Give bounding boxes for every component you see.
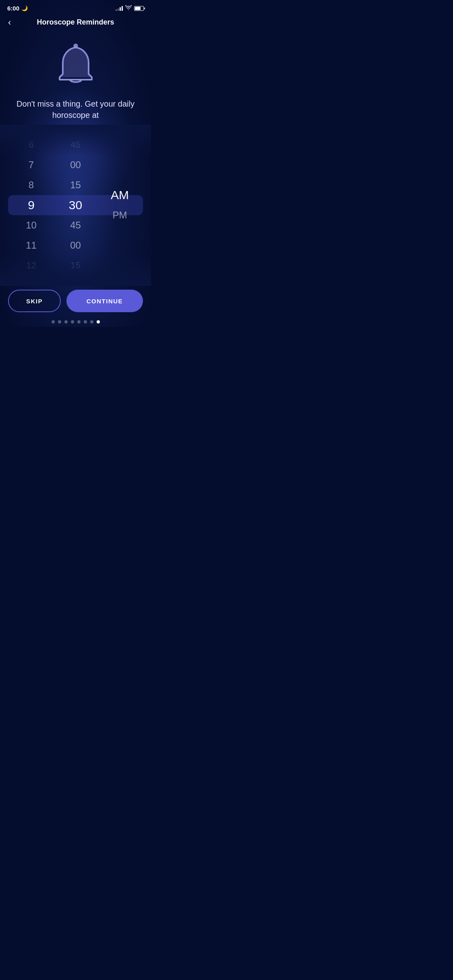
picker-item-selected[interactable]: 30 [54,195,98,215]
bell-icon [52,42,100,90]
action-buttons: SKIP CONTINUE [0,290,151,320]
ampm-column[interactable]: AM PM [98,125,142,286]
dot-7 [90,320,93,323]
picker-item[interactable]: 00 [54,235,98,255]
battery-icon [134,6,144,11]
subtitle-text: Don't miss a thing. Get your daily horos… [0,98,151,121]
page-dots [0,320,151,327]
picker-item[interactable]: 45 [54,215,98,235]
dot-5 [77,320,81,323]
status-bar: 6:00 🌙 [0,0,151,14]
time-picker-section[interactable]: 6 7 8 9 10 11 12 45 00 15 30 45 00 15 [0,125,151,286]
dot-2 [58,320,61,323]
moon-icon: 🌙 [21,5,28,11]
time-display: 6:00 [7,5,19,12]
picker-item[interactable]: 15 [54,175,98,195]
dot-8-active [97,320,100,323]
time-picker[interactable]: 6 7 8 9 10 11 12 45 00 15 30 45 00 15 [0,125,151,286]
hours-column[interactable]: 6 7 8 9 10 11 12 [9,135,54,276]
bell-section [0,30,151,98]
picker-item-am[interactable]: AM [98,185,142,205]
status-time: 6:00 🌙 [7,5,28,12]
dot-6 [84,320,87,323]
picker-columns[interactable]: 6 7 8 9 10 11 12 45 00 15 30 45 00 15 [0,125,151,286]
minutes-column[interactable]: 45 00 15 30 45 00 15 [54,135,98,276]
picker-item-pm[interactable]: PM [98,205,142,225]
picker-item[interactable]: 15 [54,255,98,276]
dot-4 [71,320,74,323]
wifi-icon [125,5,132,11]
picker-item[interactable]: 8 [9,175,54,195]
picker-item-selected[interactable]: 9 [9,195,54,215]
continue-button[interactable]: CONTINUE [66,290,143,312]
picker-item[interactable]: 7 [9,155,54,175]
skip-button[interactable]: SKIP [8,290,61,312]
picker-item[interactable]: 00 [54,155,98,175]
status-icons [116,5,144,11]
signal-icon [116,6,123,11]
page-title: Horoscope Reminders [8,18,143,27]
picker-item[interactable]: 10 [9,215,54,235]
dot-1 [52,320,55,323]
picker-item[interactable]: 6 [9,135,54,155]
page-header: ‹ Horoscope Reminders [0,14,151,30]
dot-3 [64,320,68,323]
picker-item[interactable]: 12 [9,255,54,276]
picker-item[interactable]: 11 [9,235,54,255]
back-button[interactable]: ‹ [8,17,11,28]
picker-item[interactable]: 45 [54,135,98,155]
